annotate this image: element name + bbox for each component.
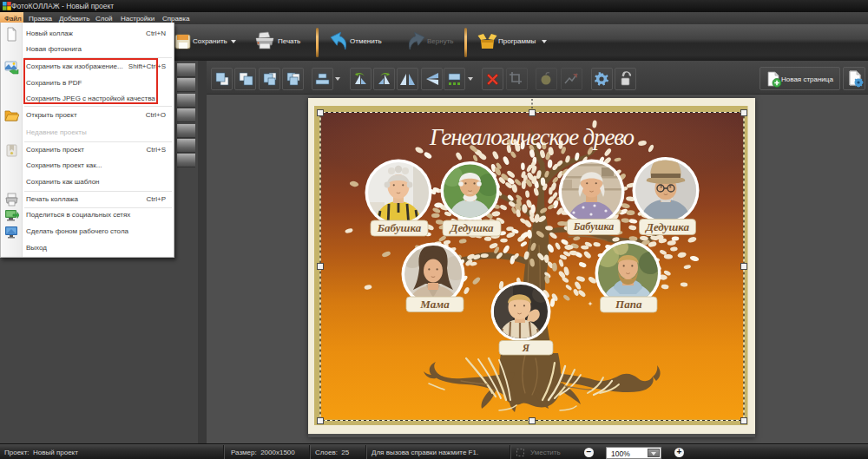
svg-text:Дедушка: Дедушка [450, 221, 494, 234]
svg-text:Мама: Мама [419, 298, 450, 311]
svg-text:Папа: Папа [615, 298, 642, 311]
svg-text:Бабушка: Бабушка [377, 221, 422, 234]
svg-text:Дедушка: Дедушка [645, 220, 689, 233]
svg-text:Я: Я [522, 342, 530, 354]
svg-text:Генеалогическое древо: Генеалогическое древо [429, 124, 635, 150]
svg-text:Бабушка: Бабушка [573, 220, 615, 233]
